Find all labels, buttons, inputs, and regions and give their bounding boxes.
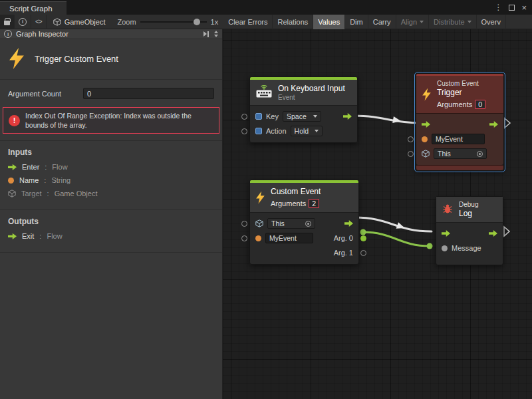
node-header[interactable]: Custom Event Arguments 2 [250, 183, 358, 213]
zoom-label: Zoom [117, 18, 136, 26]
clear-errors-button[interactable]: Clear Errors [223, 15, 273, 29]
graph-canvas[interactable]: On Keyboard Input Event Key Space [223, 29, 532, 399]
scroll-arrows-icon[interactable] [214, 31, 218, 37]
input-row-name: Name : String [8, 176, 214, 184]
carry-button[interactable]: Carry [368, 15, 396, 29]
port-label: Action [266, 127, 287, 135]
node-header[interactable]: Debug Log [436, 197, 503, 223]
argument-count-label: Argument Count [8, 90, 83, 98]
arg1-output-port[interactable] [360, 250, 366, 256]
info-icon [19, 18, 27, 26]
code-view-button[interactable]: <> [31, 15, 47, 29]
button-label: Align [401, 18, 417, 26]
menu-icon[interactable]: ⋮ [494, 3, 502, 11]
distribute-button[interactable]: Distribute [429, 15, 476, 29]
inspector-title-block: Trigger Custom Event [0, 39, 222, 80]
inspect-button[interactable] [15, 15, 31, 29]
inputs-header: Inputs [8, 148, 214, 157]
dock-panel-icon[interactable] [203, 31, 209, 37]
outputs-section: Outputs Exit : Flow [0, 210, 222, 253]
code-icon: <> [35, 18, 42, 25]
io-type: String [51, 176, 70, 184]
port-label: Arg. 1 [334, 249, 353, 257]
error-message: Index Out Of Range Exception: Index was … [25, 111, 213, 130]
arg0-output-port[interactable] [360, 235, 366, 241]
button-label: Distribute [434, 18, 464, 26]
slider-thumb[interactable] [194, 19, 200, 25]
flow-output-port[interactable] [489, 230, 497, 237]
port-label: Message [452, 244, 481, 252]
value-input-port[interactable] [241, 114, 247, 120]
tab-label: Script Graph [9, 5, 53, 13]
bug-icon [442, 203, 454, 216]
dropdown-value: Hold [295, 127, 309, 135]
port-row-name [416, 132, 503, 146]
node-header[interactable]: On Keyboard Input Event [250, 80, 357, 106]
arguments-count-field[interactable]: 2 [309, 199, 319, 208]
values-button[interactable]: Values [313, 15, 345, 29]
window-controls: ⋮ × [489, 0, 532, 15]
dim-button[interactable]: Dim [345, 15, 368, 29]
lock-icon [4, 21, 10, 25]
dropdown-value: This [438, 150, 451, 158]
node-body: This Arg. 0 Arg. 1 [250, 213, 358, 264]
close-icon[interactable]: × [521, 3, 527, 12]
port-label: Arg. 0 [334, 234, 353, 242]
value-input-port[interactable] [241, 128, 247, 134]
value-input-port[interactable] [241, 221, 247, 227]
event-name-input[interactable] [432, 134, 485, 144]
keycode-icon [255, 113, 262, 120]
tab-script-graph[interactable]: Script Graph [0, 1, 66, 15]
argument-count-input[interactable] [83, 88, 214, 99]
relations-button[interactable]: Relations [273, 15, 313, 29]
gameobject-cube-icon [8, 190, 16, 198]
dropdown-value: Space [287, 112, 307, 120]
flow-input-port[interactable] [422, 121, 430, 128]
event-name-input[interactable] [265, 233, 313, 243]
graph-toolbar: <> GameObject Zoom 1x Clear Errors Relat… [0, 15, 532, 29]
node-title: Trigger [437, 88, 485, 97]
node-custom-event[interactable]: Custom Event Arguments 2 This [249, 180, 359, 265]
value-input-port[interactable] [408, 151, 414, 157]
button-label: Values [318, 18, 340, 26]
flow-output-port[interactable] [489, 121, 498, 128]
gameobject-chip[interactable]: GameObject [47, 18, 112, 26]
node-trigger-custom-event[interactable]: Custom Event Trigger Arguments 0 [416, 73, 504, 171]
action-dropdown[interactable]: Hold [291, 126, 323, 136]
flow-input-port[interactable] [442, 230, 450, 237]
button-label: Overv [481, 18, 501, 26]
arguments-count-field[interactable]: 0 [475, 100, 485, 109]
flow-output-port[interactable] [343, 113, 352, 120]
button-label: Carry [373, 18, 391, 26]
node-subtitle: Event [278, 94, 345, 101]
lock-button[interactable] [0, 15, 15, 29]
value-input-port[interactable] [241, 235, 247, 241]
io-name: Enter [22, 163, 39, 171]
arguments-label: Arguments [437, 100, 472, 108]
flow-output-port[interactable] [344, 220, 353, 227]
align-button[interactable]: Align [396, 15, 429, 29]
message-port-icon[interactable] [442, 245, 448, 251]
inspector-header-title: Graph Inspector [16, 30, 68, 38]
target-object-field[interactable]: This [267, 218, 315, 229]
maximize-icon[interactable] [509, 5, 515, 11]
value-input-port[interactable] [408, 136, 414, 142]
port-row-target: This [250, 216, 358, 231]
lightning-icon [8, 48, 25, 69]
object-picker-icon[interactable] [305, 221, 311, 227]
node-on-keyboard-input[interactable]: On Keyboard Input Event Key Space [249, 76, 358, 143]
zoom-slider[interactable] [140, 18, 207, 26]
port-row-arg1: Arg. 1 [250, 245, 358, 260]
node-header[interactable]: Custom Event Trigger Arguments 0 [416, 76, 503, 114]
node-debug-log[interactable]: Debug Log Message [436, 196, 503, 265]
io-separator: : [44, 176, 46, 184]
object-picker-icon[interactable] [477, 151, 483, 157]
overview-button[interactable]: Overv [477, 15, 506, 29]
target-object-field[interactable]: This [434, 148, 487, 159]
key-dropdown[interactable]: Space [283, 111, 321, 122]
gameobject-cube-icon [255, 219, 263, 227]
input-row-enter: Enter : Flow [8, 163, 214, 171]
button-label: Relations [277, 18, 308, 26]
button-label: Dim [350, 18, 363, 26]
flow-icon [8, 164, 17, 170]
